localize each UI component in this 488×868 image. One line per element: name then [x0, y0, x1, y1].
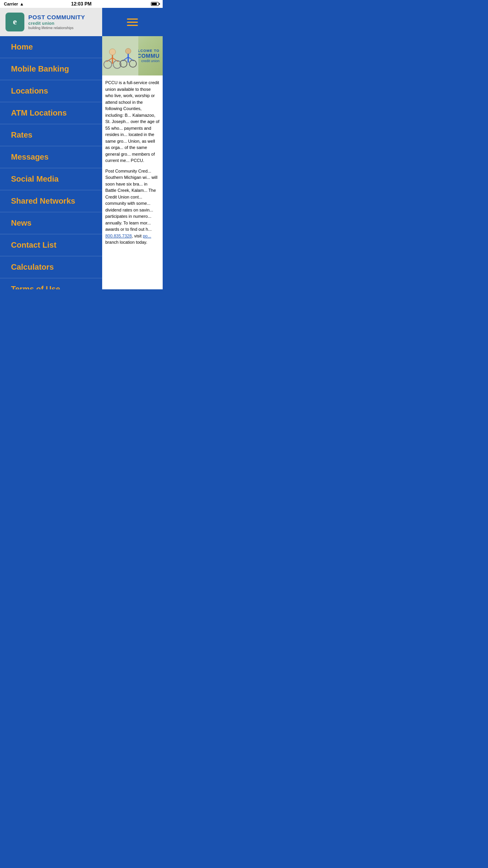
wifi-icon: ▲: [20, 2, 24, 6]
hamburger-line-1: [127, 18, 138, 20]
nav-item-calculators[interactable]: Calculators: [0, 256, 102, 278]
nav-item-locations[interactable]: Locations: [0, 80, 102, 102]
nav-item-terms-of-use[interactable]: Terms of Use: [0, 278, 102, 289]
nav-item-home[interactable]: Home: [0, 36, 102, 58]
content-paragraph-2: Post Community Cred... Southern Michigan…: [105, 168, 160, 246]
battery-icon: [151, 2, 159, 6]
nav-item-social-media[interactable]: Social Media: [0, 168, 102, 190]
logo-icon: e: [6, 13, 24, 31]
hero-banner: WELCOME TO POST COMMU credit union: [102, 36, 163, 75]
logo-tagline: building lifetime relationships: [28, 26, 85, 30]
content-paragraph-2-end: branch location today.: [105, 240, 147, 245]
nav-item-rates[interactable]: Rates: [0, 124, 102, 146]
status-bar: Carrier ▲ 12:03 PM: [0, 0, 163, 8]
logo-text-block: POST COMMUNITY credit union building lif…: [28, 14, 85, 30]
nav-item-news[interactable]: News: [0, 212, 102, 234]
svg-point-3: [109, 49, 116, 55]
logo-area: e POST COMMUNITY credit union building l…: [0, 8, 102, 36]
svg-text:e: e: [13, 17, 17, 26]
content-panel: WELCOME TO POST COMMU credit union PCCU …: [102, 8, 163, 289]
nav-item-messages[interactable]: Messages: [0, 146, 102, 168]
content-header: [102, 8, 163, 36]
content-body: PCCU is a full-service credit union avai…: [102, 75, 163, 289]
content-phone-link[interactable]: 800.835.7328: [105, 234, 132, 238]
content-paragraph-1: PCCU is a full-service credit union avai…: [105, 79, 160, 164]
status-bar-right: [151, 2, 159, 6]
hero-image: [102, 36, 138, 75]
nav-item-atm-locations[interactable]: ATM Locations: [0, 102, 102, 124]
content-website-link[interactable]: po...: [143, 234, 151, 238]
carrier-label: Carrier: [4, 2, 18, 6]
logo-main-text: POST COMMUNITY: [28, 14, 85, 21]
hamburger-button[interactable]: [127, 18, 138, 26]
nav-item-mobile-banking[interactable]: Mobile Banking: [0, 58, 102, 80]
logo-sub-text: credit union: [28, 21, 85, 26]
status-bar-time: 12:03 PM: [71, 1, 92, 7]
hamburger-line-3: [127, 25, 138, 26]
svg-rect-2: [102, 36, 138, 75]
nav-item-contact-list[interactable]: Contact List: [0, 234, 102, 256]
nav-panel: e POST COMMUNITY credit union building l…: [0, 8, 102, 289]
status-bar-left: Carrier ▲: [4, 2, 24, 6]
app-container: e POST COMMUNITY credit union building l…: [0, 8, 163, 289]
svg-point-9: [125, 48, 131, 54]
nav-item-shared-networks[interactable]: Shared Networks: [0, 190, 102, 212]
hamburger-line-2: [127, 22, 138, 23]
